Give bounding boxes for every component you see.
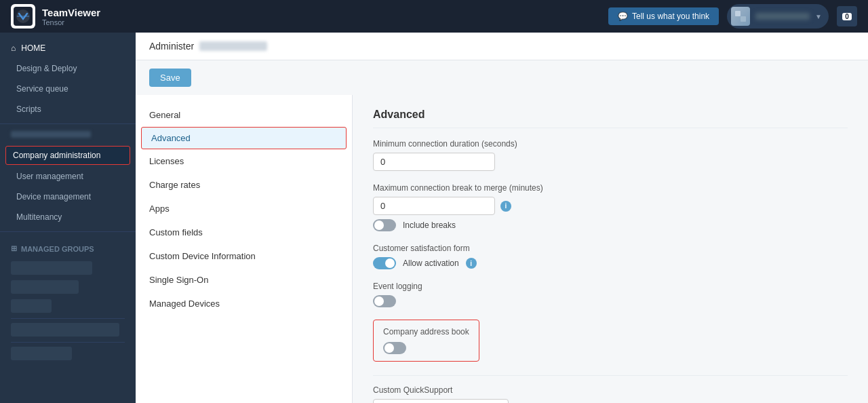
company-address-book-row — [383, 342, 469, 354]
left-menu-item-apps[interactable]: Apps — [136, 197, 352, 220]
home-icon: ⌂ — [11, 43, 16, 53]
tell-us-label: Tell us what you think — [632, 12, 709, 21]
max-connection-label: Maximum connection break to merge (minut… — [373, 183, 848, 193]
custom-quicksupport-group: Custom QuickSupport No customization ▼ — [373, 385, 848, 403]
service-queue-label: Service queue — [16, 84, 68, 94]
home-label: HOME — [21, 43, 45, 53]
topbar: TeamViewer Tensor 💬 Tell us what you thi… — [0, 0, 868, 33]
company-address-book-label: Company address book — [383, 327, 469, 337]
managed-groups-icon: ⊞ — [11, 244, 17, 253]
managed-groups-list — [0, 261, 136, 360]
chevron-down-icon: ▼ — [815, 13, 822, 20]
content-area: Administer Save General Advanced License… — [136, 33, 868, 403]
two-col-layout: General Advanced Licenses Charge rates A… — [136, 95, 868, 403]
sidebar-item-user-management[interactable]: User management — [0, 166, 136, 187]
content-header: Administer — [136, 33, 868, 60]
avatar — [731, 7, 750, 26]
include-breaks-row: Include breaks — [373, 219, 848, 231]
brand-sub: Tensor — [42, 18, 100, 26]
left-menu-item-custom-fields[interactable]: Custom fields — [136, 220, 352, 244]
min-connection-label: Minimum connection duration (seconds) — [373, 139, 848, 149]
scripts-label: Scripts — [16, 104, 41, 114]
left-panel: General Advanced Licenses Charge rates A… — [136, 95, 353, 403]
left-menu-item-charge-rates[interactable]: Charge rates — [136, 173, 352, 197]
left-menu-item-single-sign-on[interactable]: Single Sign-On — [136, 268, 352, 292]
topbar-left: TeamViewer Tensor — [11, 4, 100, 28]
event-logging-toggle[interactable] — [373, 295, 396, 307]
include-breaks-toggle[interactable] — [373, 219, 396, 231]
sidebar-item-device-management[interactable]: Device management — [0, 187, 136, 207]
allow-activation-toggle[interactable] — [373, 257, 396, 269]
company-address-book-toggle[interactable] — [383, 342, 406, 354]
toggle-knob-on — [385, 258, 395, 268]
event-logging-group: Event logging — [373, 282, 848, 307]
custom-quicksupport-select[interactable]: No customization — [373, 399, 509, 403]
teamviewer-logo — [11, 4, 35, 28]
save-button[interactable]: Save — [149, 69, 191, 87]
event-logging-label: Event logging — [373, 282, 848, 291]
main-layout: ⌂ HOME Design & Deploy Service queue Scr… — [0, 33, 868, 403]
sidebar-item-design-deploy[interactable]: Design & Deploy — [0, 58, 136, 79]
allow-activation-row: Allow activation i — [373, 257, 848, 269]
sidebar: ⌂ HOME Design & Deploy Service queue Scr… — [0, 33, 136, 403]
user-name-blurred — [755, 13, 810, 20]
company-address-book-highlighted-box: Company address book — [373, 320, 479, 362]
event-logging-row — [373, 295, 848, 307]
multitenancy-label: Multitenancy — [16, 212, 62, 222]
managed-groups-header: ⊞ MANAGED GROUPS — [0, 236, 136, 256]
min-connection-input[interactable] — [373, 153, 495, 171]
custom-quicksupport-select-wrapper: No customization ▼ — [373, 399, 509, 403]
left-menu-item-general[interactable]: General — [136, 103, 352, 127]
managed-groups-label: MANAGED GROUPS — [21, 245, 94, 253]
toggle-knob-address — [384, 343, 394, 353]
customer-satisfaction-label: Customer satisfaction form — [373, 244, 848, 253]
svg-rect-3 — [741, 16, 746, 22]
max-connection-field-group: Maximum connection break to merge (minut… — [373, 183, 848, 231]
left-menu-item-custom-device-info[interactable]: Custom Device Information — [136, 244, 352, 268]
sidebar-item-home[interactable]: ⌂ HOME — [0, 38, 136, 58]
breadcrumb: Administer — [149, 41, 194, 52]
custom-quicksupport-label: Custom QuickSupport — [373, 385, 848, 395]
toggle-knob — [374, 220, 384, 230]
user-management-label: User management — [16, 172, 83, 181]
design-deploy-label: Design & Deploy — [16, 64, 77, 73]
right-panel: Advanced Minimum connection duration (se… — [353, 95, 868, 403]
customer-satisfaction-group: Customer satisfaction form Allow activat… — [373, 244, 848, 269]
left-menu-item-managed-devices[interactable]: Managed Devices — [136, 292, 352, 315]
sidebar-item-service-queue[interactable]: Service queue — [0, 79, 136, 99]
max-connection-input[interactable] — [373, 197, 495, 215]
brand-name-block: TeamViewer Tensor — [42, 7, 100, 26]
notification-badge: 0 — [842, 13, 852, 20]
allow-activation-label: Allow activation — [403, 258, 459, 268]
brand-name: TeamViewer — [42, 7, 100, 18]
user-pill[interactable]: ▼ — [727, 4, 829, 28]
toggle-knob-event — [374, 296, 384, 306]
sidebar-item-company-admin[interactable]: Company administration — [5, 146, 130, 165]
min-connection-field-group: Minimum connection duration (seconds) — [373, 139, 848, 171]
chat-icon: 💬 — [618, 12, 628, 21]
company-admin-label: Company administration — [13, 151, 100, 160]
left-menu-item-licenses[interactable]: Licenses — [136, 149, 352, 173]
notification-button[interactable]: 0 — [837, 6, 857, 26]
tell-us-button[interactable]: 💬 Tell us what you think — [608, 7, 719, 25]
allow-activation-info-icon[interactable]: i — [466, 258, 477, 269]
max-connection-info-icon[interactable]: i — [500, 201, 511, 212]
include-breaks-label: Include breaks — [403, 220, 456, 230]
topbar-right: 💬 Tell us what you think ▼ 0 — [608, 4, 857, 28]
breadcrumb-value-blurred — [199, 41, 267, 51]
section-title: Advanced — [373, 109, 848, 128]
device-management-label: Device management — [16, 192, 91, 202]
left-menu-item-advanced[interactable]: Advanced — [141, 127, 347, 149]
sidebar-item-multitenancy[interactable]: Multitenancy — [0, 207, 136, 227]
svg-rect-2 — [735, 11, 741, 16]
sidebar-item-scripts[interactable]: Scripts — [0, 99, 136, 119]
